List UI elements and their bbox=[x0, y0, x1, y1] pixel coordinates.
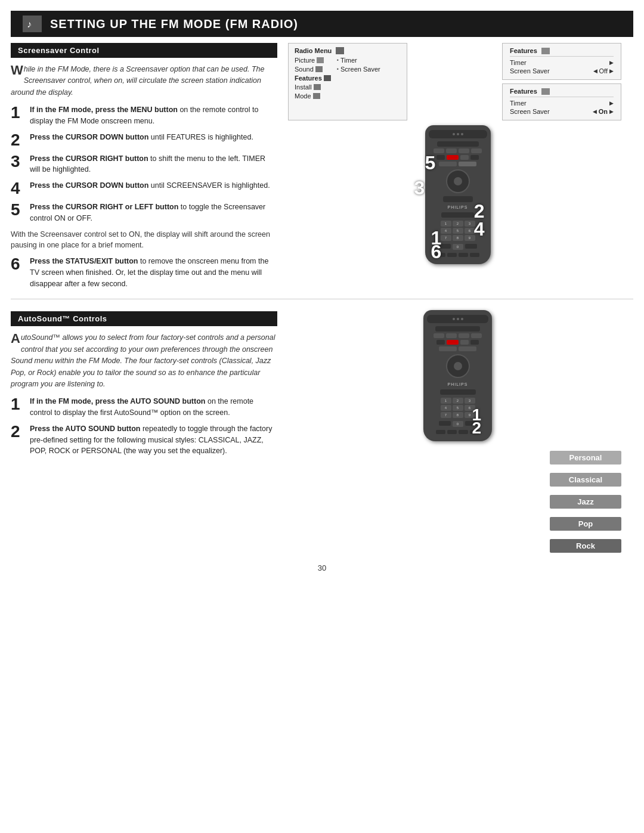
numpad: 1 2 3 4 5 6 7 8 9 bbox=[441, 221, 475, 241]
radio-menu-title: Radio Menu bbox=[295, 47, 401, 54]
screensaver-left: Screensaver Control While in the FM Mode… bbox=[11, 37, 282, 294]
step-4: 4 Press the CURSOR DOWN button until SCR… bbox=[11, 180, 277, 197]
music-icon: ♪ bbox=[23, 16, 42, 32]
step-overlay-5: 5 bbox=[425, 153, 436, 172]
screensaver-header: Screensaver Control bbox=[11, 43, 277, 58]
step-overlay-3: 3 bbox=[414, 178, 425, 197]
step-overlay-6: 6 bbox=[431, 242, 442, 261]
personal-badge: Personal bbox=[550, 451, 621, 465]
page-number: 30 bbox=[0, 563, 644, 578]
autosound-right: 1 2 bbox=[282, 304, 633, 553]
numpad-autosound: 1 2 3 4 5 6 7 8 9 bbox=[441, 398, 475, 418]
jazz-badge: Jazz bbox=[550, 495, 621, 509]
screensaver-remote-wrap: 3 5 2 4 1 6 bbox=[425, 125, 491, 264]
step-overlay-2: 2 bbox=[474, 202, 485, 221]
autosound-left: AutoSound™ Controls AutoSound™ allows yo… bbox=[11, 304, 282, 553]
dpad-autosound bbox=[446, 354, 470, 378]
page: ♪ Setting up the FM Mode (FM Radio) Scre… bbox=[0, 11, 644, 590]
screensaver-intro: While in the FM Mode, there is a Screens… bbox=[11, 64, 277, 98]
remote-control-autosound: PHILIPS 1 2 3 4 5 6 7 8 9 bbox=[423, 310, 492, 441]
step-1: 1 If in the FM mode, press the MENU butt… bbox=[11, 104, 277, 127]
autosound-intro: AutoSound™ allows you to select from fou… bbox=[11, 332, 277, 390]
step-5: 5 Press the CURSOR RIGHT or LEFT button … bbox=[11, 202, 277, 224]
autosound-step-overlay-2: 2 bbox=[472, 420, 481, 436]
autosound-step-2: 2 Press the AUTO SOUND button repeatedly… bbox=[11, 423, 277, 457]
step-2: 2 Press the CURSOR DOWN button until FEA… bbox=[11, 132, 277, 148]
features-screen-off: Features Timer ▶ Screen Saver ◀ Off bbox=[502, 43, 621, 80]
page-header: ♪ Setting up the FM Mode (FM Radio) bbox=[11, 11, 633, 37]
radio-menu-rows: Picture Sound Features Install Mode • Ti… bbox=[295, 57, 401, 100]
features-screens: Features Timer ▶ Screen Saver ◀ Off bbox=[426, 43, 633, 120]
autosound-remote-wrap: 1 2 bbox=[423, 310, 492, 441]
screensaver-section: Screensaver Control While in the FM Mode… bbox=[11, 37, 633, 294]
features-screen-on: Features Timer ▶ Screen Saver ◀ On bbox=[502, 83, 621, 120]
page-title: Setting up the FM Mode (FM Radio) bbox=[50, 17, 298, 31]
screensaver-right: Radio Menu Picture Sound Features Instal… bbox=[282, 37, 633, 294]
autosound-section: AutoSound™ Controls AutoSound™ allows yo… bbox=[11, 304, 633, 553]
pop-badge: Pop bbox=[550, 517, 621, 531]
screensaver-note: With the Screensaver control set to ON, … bbox=[11, 229, 277, 252]
section-divider bbox=[11, 299, 633, 299]
rock-badge: Rock bbox=[550, 539, 621, 553]
autosound-step-1: 1 If in the FM mode, press the AUTO SOUN… bbox=[11, 396, 277, 419]
dpad bbox=[446, 169, 470, 193]
classical-badge: Classical bbox=[550, 473, 621, 487]
step-6: 6 Press the STATUS/EXIT button to remove… bbox=[11, 256, 277, 289]
remote-logo-autosound: PHILIPS bbox=[448, 382, 468, 386]
radio-menu-screen: Radio Menu Picture Sound Features Instal… bbox=[288, 43, 407, 120]
autosound-header: AutoSound™ Controls bbox=[11, 311, 277, 326]
step-3: 3 Press the CURSOR RIGHT button to shift… bbox=[11, 153, 277, 176]
radio-menu-area: Radio Menu Picture Sound Features Instal… bbox=[282, 43, 633, 120]
remote-logo-text: PHILIPS bbox=[448, 205, 468, 209]
step-overlay-4: 4 bbox=[474, 219, 485, 239]
sound-options: Personal Classical Jazz Pop Rock bbox=[282, 451, 633, 553]
svg-text:♪: ♪ bbox=[27, 19, 32, 29]
